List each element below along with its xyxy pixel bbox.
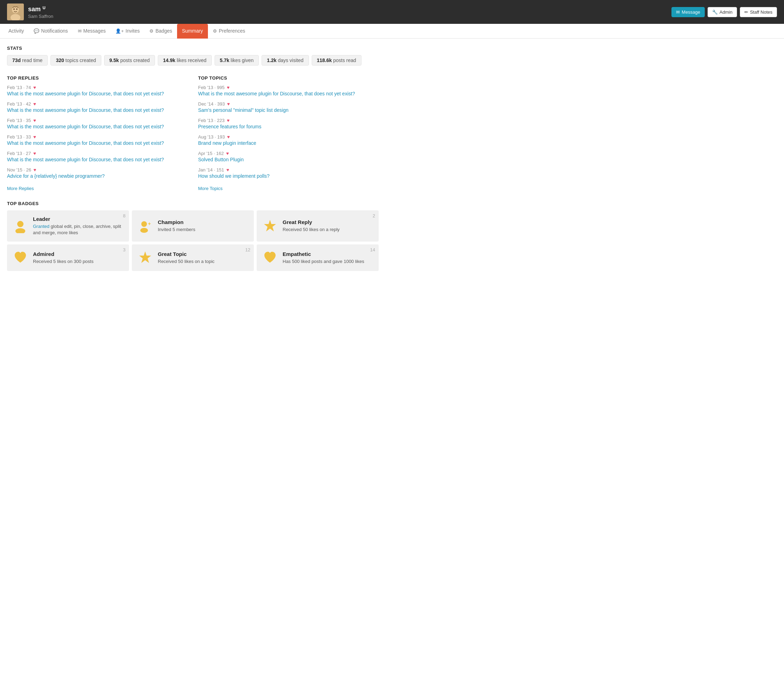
badge-icon-champion: +	[137, 219, 153, 234]
badge-desc: Received 50 likes on a topic	[158, 259, 248, 265]
trust-level-icon: ᵁ	[43, 6, 45, 13]
heart-icon: ♥	[33, 118, 36, 123]
top-content: TOP REPLIES Feb '13 · 74 ♥ What is the m…	[7, 76, 379, 191]
admin-button[interactable]: 🔧 Admin	[708, 7, 737, 17]
reply-meta: Feb '13 · 42 ♥	[7, 101, 188, 107]
svg-marker-11	[139, 251, 151, 263]
list-item: Dec '14 · 393 ♥ Sam's personal "minimal"…	[198, 101, 379, 113]
reply-meta: Feb '13 · 27 ♥	[7, 151, 188, 156]
message-button[interactable]: ✉ Message	[672, 7, 705, 17]
tab-summary-label: Summary	[182, 28, 203, 34]
list-item: Feb '13 · 35 ♥ What is the most awesome …	[7, 118, 188, 129]
heart-icon: ♥	[34, 167, 36, 173]
reply-link[interactable]: Advice for a {relatively} newbie program…	[7, 173, 105, 179]
badge-name: Leader	[33, 216, 124, 222]
badges-grid: 8 Leader Granted global edit, pin, close…	[7, 210, 379, 271]
tab-preferences[interactable]: ⚙ Preferences	[208, 24, 250, 39]
tab-activity-label: Activity	[8, 28, 24, 34]
heart-icon: ♥	[226, 151, 229, 156]
header: sam ᵁ Sam Saffron ✉ Message 🔧 Admin ✏ St…	[0, 0, 784, 24]
reply-meta: Feb '13 · 35 ♥	[7, 118, 188, 123]
reply-link[interactable]: Brand new plugin interface	[198, 140, 256, 146]
person-add-icon: 👤+	[115, 28, 124, 34]
list-item: Feb '13 · 223 ♥ Presence features for fo…	[198, 118, 379, 129]
tab-activity[interactable]: Activity	[3, 24, 29, 39]
staff-notes-button[interactable]: ✏ Staff Notes	[740, 7, 777, 17]
badge-desc: Received 5 likes on 300 posts	[33, 259, 124, 265]
tab-summary[interactable]: Summary	[177, 24, 208, 39]
stats-title: STATS	[7, 46, 379, 51]
badge-name: Great Topic	[158, 251, 248, 257]
list-item: Jan '14 · 151 ♥ How should we implement …	[198, 167, 379, 179]
header-actions: ✉ Message 🔧 Admin ✏ Staff Notes	[672, 7, 777, 17]
stat-item: 14.9k likes received	[158, 55, 212, 66]
reply-link[interactable]: What is the most awesome plugin for Disc…	[7, 157, 164, 162]
gear-icon-badges: ⚙	[149, 28, 153, 34]
list-item: Feb '13 · 27 ♥ What is the most awesome …	[7, 151, 188, 162]
more-replies-link[interactable]: More Replies	[7, 186, 34, 191]
reply-link[interactable]: Sam's personal "minimal" topic list desi…	[198, 107, 288, 113]
stat-item: 1.2k days visited	[262, 55, 308, 66]
top-topics-title: TOP TOPICS	[198, 76, 379, 81]
badge-desc: Has 500 liked posts and gave 1000 likes	[283, 259, 373, 265]
reply-link[interactable]: Solved Button Plugin	[198, 157, 244, 162]
tab-preferences-label: Preferences	[219, 28, 245, 34]
badge-name: Champion	[158, 219, 248, 225]
stat-item: 320 topics created	[51, 55, 101, 66]
heart-icon: ♥	[227, 134, 230, 140]
reply-link[interactable]: What is the most awesome plugin for Disc…	[7, 107, 164, 113]
badge-desc: Invited 5 members	[158, 227, 248, 233]
tab-badges[interactable]: ⚙ Badges	[145, 24, 177, 39]
list-item: Feb '13 · 33 ♥ What is the most awesome …	[7, 134, 188, 146]
username: sam ᵁ	[28, 5, 53, 13]
badge-card-leader: 8 Leader Granted global edit, pin, close…	[7, 210, 129, 242]
stat-item: 73d read time	[7, 55, 48, 66]
heart-icon: ♥	[227, 118, 230, 123]
avatar	[7, 3, 24, 20]
badge-icon-leader	[13, 219, 28, 234]
speech-icon: 💬	[34, 28, 39, 34]
heart-icon: ♥	[33, 151, 36, 156]
reply-link[interactable]: Presence features for forums	[198, 124, 262, 129]
svg-marker-10	[264, 220, 276, 231]
list-item: Aug '13 · 193 ♥ Brand new plugin interfa…	[198, 134, 379, 146]
reply-meta: Apr '15 · 162 ♥	[198, 151, 379, 156]
reply-meta: Feb '13 · 74 ♥	[7, 85, 188, 90]
stat-item: 118.6k posts read	[312, 55, 361, 66]
reply-meta: Dec '14 · 393 ♥	[198, 101, 379, 107]
stats-row: 73d read time320 topics created9.5k post…	[7, 55, 379, 66]
top-replies-title: TOP REPLIES	[7, 76, 188, 81]
top-replies-list: Feb '13 · 74 ♥ What is the most awesome …	[7, 85, 188, 179]
reply-meta: Jan '14 · 151 ♥	[198, 167, 379, 173]
badge-icon-empathetic	[262, 250, 278, 265]
tab-invites[interactable]: 👤+ Invites	[110, 24, 145, 39]
reply-link[interactable]: What is the most awesome plugin for Disc…	[7, 140, 164, 146]
reply-link[interactable]: What is the most awesome plugin for Disc…	[7, 91, 164, 96]
wrench-icon: 🔧	[712, 10, 718, 15]
tab-invites-label: Invites	[125, 28, 140, 34]
reply-link[interactable]: How should we implement polls?	[198, 173, 270, 179]
svg-point-7	[141, 221, 147, 227]
reply-link[interactable]: What is the most awesome plugin for Disc…	[198, 91, 355, 96]
tab-messages[interactable]: ✉ Messages	[73, 24, 111, 39]
badge-card-great-reply: 2 Great Reply Received 50 likes on a rep…	[257, 210, 379, 242]
reply-link[interactable]: What is the most awesome plugin for Disc…	[7, 124, 164, 129]
tab-notifications[interactable]: 💬 Notifications	[29, 24, 72, 39]
tab-badges-label: Badges	[155, 28, 172, 34]
badge-icon-great-reply	[262, 219, 278, 234]
top-topics-list: Feb '13 · 995 ♥ What is the most awesome…	[198, 85, 379, 179]
gear-icon-prefs: ⚙	[213, 28, 217, 34]
badge-count: 14	[370, 247, 375, 252]
heart-icon: ♥	[33, 101, 36, 107]
pencil-icon: ✏	[744, 10, 748, 15]
badge-icon-admired	[13, 250, 28, 265]
user-info: sam ᵁ Sam Saffron	[28, 5, 53, 19]
stats-section: STATS 73d read time320 topics created9.5…	[7, 46, 379, 66]
reply-meta: Nov '15 · 26 ♥	[7, 167, 188, 173]
more-topics-link[interactable]: More Topics	[198, 186, 222, 191]
heart-icon: ♥	[227, 101, 230, 107]
svg-point-8	[140, 228, 148, 233]
message-icon: ✉	[676, 10, 680, 15]
badge-granted-link[interactable]: Granted	[33, 224, 49, 229]
reply-meta: Aug '13 · 193 ♥	[198, 134, 379, 140]
